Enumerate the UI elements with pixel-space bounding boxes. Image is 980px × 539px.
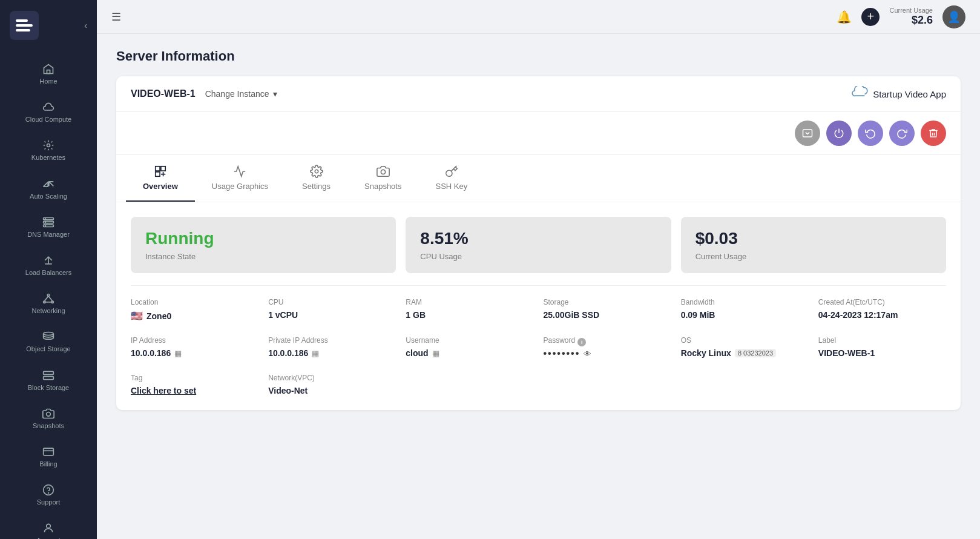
username-label: Username [406,336,533,345]
info-ram: RAM 1 GB [406,298,533,322]
settings-tab-icon [310,165,323,178]
server-card: VIDEO-WEB-1 Change Instance ▾ Startup Vi… [116,76,961,410]
sidebar-item-label-home: Home [39,78,57,85]
logo-icon [10,11,39,40]
tab-label-usage-graphics: Usage Graphics [212,182,268,191]
overview-tab-icon [154,165,167,178]
home-icon [42,63,54,75]
sidebar-nav: Home Cloud Compute Kubernetes Auto Scali… [0,51,97,539]
object-storage-icon [42,331,54,343]
sidebar-item-kubernetes[interactable]: Kubernetes [5,133,92,168]
usage-amount: $2.6 [889,14,933,27]
sidebar-item-label-snapshots: Snapshots [33,422,64,430]
tab-settings[interactable]: Settings [285,155,347,202]
header-left: ☰ [111,10,121,24]
sidebar: ‹ Home Cloud Compute Kubernetes Auto Sca… [0,0,97,539]
delete-button[interactable] [921,121,946,146]
password-info-icon[interactable]: i [577,338,586,346]
restart-button[interactable] [858,121,883,146]
page-title: Server Information [116,48,961,64]
tag-set-link[interactable]: Click here to set [131,386,258,395]
tab-label-settings: Settings [302,182,331,191]
storage-value: 25.00GiB SSD [544,310,671,320]
svg-rect-32 [156,172,160,176]
reload-button[interactable] [889,121,915,146]
avatar[interactable]: 👤 [942,5,965,28]
sidebar-item-label-load-balancers: Load Balancers [25,269,71,277]
main-content: ☰ 🔔 + Current Usage $2.6 👤 Server Inform… [97,0,980,539]
svg-point-25 [48,493,49,494]
bandwidth-value: 0.09 MiB [681,310,809,320]
hamburger-button[interactable]: ☰ [111,10,121,24]
svg-line-2 [49,181,54,186]
snapshots-tab-icon [377,165,390,178]
copy-private-ip-icon[interactable]: ▦ [312,349,319,358]
sidebar-item-label-object-storage: Object Storage [26,345,70,353]
tab-ssh-key[interactable]: SSH Key [418,155,484,202]
current-usage-label: Current Usage [696,252,932,261]
change-instance-label: Change Instance [205,89,269,99]
sidebar-item-networking[interactable]: Networking [5,286,92,321]
os-badge: 8 03232023 [735,349,776,357]
sidebar-item-load-balancers[interactable]: Load Balancers [5,248,92,283]
tag-label: Tag [131,374,258,382]
chevron-down-icon: ▾ [273,89,277,99]
os-value: Rocky Linux [681,348,731,358]
sidebar-item-snapshots[interactable]: Snapshots [5,402,92,436]
show-password-icon[interactable]: 👁 [584,349,591,359]
storage-label: Storage [544,298,671,306]
action-buttons-row [116,112,961,155]
info-cpu: CPU 1 vCPU [268,298,396,322]
sidebar-item-label-dns: DNS Manager [27,231,70,239]
svg-rect-30 [156,167,160,171]
instance-state-label: Instance State [145,252,381,261]
sidebar-item-account[interactable]: Account [5,516,92,539]
instance-state-value: Running [145,229,381,248]
copy-ip-icon[interactable]: ▦ [174,349,182,358]
billing-icon [42,446,54,458]
tab-usage-graphics[interactable]: Usage Graphics [195,155,285,202]
power-button[interactable] [826,121,852,146]
console-button[interactable] [795,121,820,146]
sidebar-item-cloud-compute[interactable]: Cloud Compute [5,95,92,130]
kubernetes-icon [42,139,54,151]
svg-rect-19 [44,371,54,374]
sidebar-item-label-block-storage: Block Storage [28,384,69,392]
stats-row: Running Instance State 8.51% CPU Usage $… [116,202,961,283]
sidebar-item-label-support: Support [37,498,61,506]
cloud-startup-icon [851,86,868,102]
notification-bell-icon[interactable]: 🔔 [837,10,852,24]
copy-username-icon[interactable]: ▦ [432,349,439,358]
username-value: cloud [406,348,428,358]
info-bandwidth: Bandwidth 0.09 MiB [681,298,809,322]
add-button[interactable]: + [861,8,880,26]
usage-graphics-tab-icon [233,165,246,178]
startup-label: Startup Video App [873,89,946,99]
info-location: Location 🇺🇸 Zone0 [131,298,258,322]
password-label: Password [544,336,576,345]
change-instance-button[interactable]: Change Instance ▾ [205,89,277,99]
sidebar-item-support[interactable]: Support [5,478,92,512]
sidebar-item-home[interactable]: Home [5,57,92,91]
svg-point-33 [315,170,318,173]
cpu-usage-label: CPU Usage [420,252,656,261]
sidebar-item-billing[interactable]: Billing [5,440,92,474]
server-name: VIDEO-WEB-1 [131,88,196,99]
account-icon [42,522,54,534]
startup-video-app-button[interactable]: Startup Video App [851,86,946,102]
tab-overview[interactable]: Overview [126,155,195,202]
label-value: VIDEO-WEB-1 [818,348,946,358]
sidebar-item-dns-manager[interactable]: DNS Manager [5,210,92,245]
stat-card-current-usage: $0.03 Current Usage [681,217,946,273]
tabs: Overview Usage Graphics Settings Snapsho… [116,155,961,202]
sidebar-item-label-auto-scaling: Auto Scaling [30,193,67,200]
tab-snapshots[interactable]: Snapshots [347,155,418,202]
sidebar-item-block-storage[interactable]: Block Storage [5,363,92,398]
sidebar-item-object-storage[interactable]: Object Storage [5,325,92,359]
svg-rect-29 [803,130,812,137]
sidebar-item-auto-scaling[interactable]: Auto Scaling [5,172,92,207]
sidebar-collapse-icon[interactable]: ‹ [84,21,87,30]
tab-label-ssh-key: SSH Key [435,182,467,191]
svg-rect-20 [44,376,54,379]
network-value: Video-Net [268,386,396,395]
